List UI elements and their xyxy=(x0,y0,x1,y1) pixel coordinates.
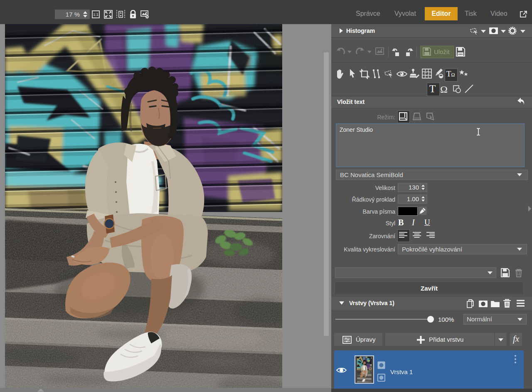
svg-text:1:1: 1:1 xyxy=(93,12,99,17)
